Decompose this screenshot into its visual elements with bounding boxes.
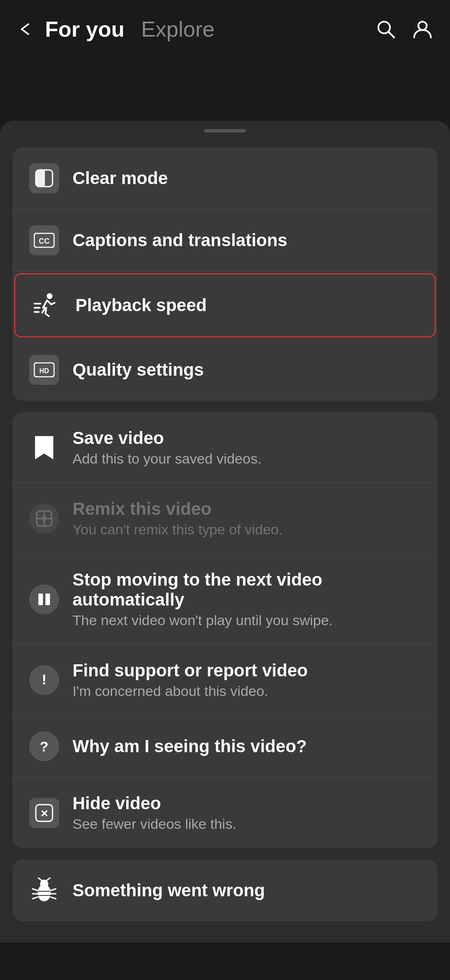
menu-item-hide-video[interactable]: ✕ Hide video See fewer videos like this. (12, 778, 438, 848)
remix-subtitle: You can't remix this type of video. (72, 521, 282, 538)
svg-line-29 (32, 897, 38, 899)
hide-video-subtitle: See fewer videos like this. (72, 816, 236, 832)
error-label: Something went wrong (72, 880, 265, 900)
hide-video-text: Hide video See fewer videos like this. (72, 793, 236, 832)
quality-text: Quality settings (72, 360, 204, 380)
menu-item-captions[interactable]: CC Captions and translations (12, 209, 438, 272)
search-button[interactable] (375, 18, 397, 40)
menu-group-2: Save video Add this to your saved videos… (12, 412, 438, 848)
remix-icon (29, 504, 59, 534)
svg-line-1 (388, 32, 394, 37)
captions-icon: CC (29, 225, 59, 255)
quality-icon: HD (29, 355, 59, 385)
profile-button[interactable] (412, 18, 433, 40)
report-label: Find support or report video (72, 661, 308, 681)
report-icon: ! (29, 665, 59, 695)
svg-text:CC: CC (39, 237, 50, 245)
svg-text:✕: ✕ (40, 808, 48, 819)
svg-point-2 (418, 22, 427, 30)
menu-item-playback-speed[interactable]: Playback speed (14, 273, 436, 337)
save-video-icon (29, 433, 59, 463)
error-bar: Something went wrong (12, 860, 438, 921)
svg-text:!: ! (42, 671, 46, 687)
menu-item-report[interactable]: ! Find support or report video I'm conce… (12, 645, 438, 716)
svg-line-30 (51, 889, 56, 890)
clear-mode-text: Clear mode (72, 168, 168, 188)
nav-title-explore[interactable]: Explore (141, 17, 215, 42)
svg-point-7 (47, 293, 52, 299)
playback-speed-text: Playback speed (75, 295, 207, 315)
svg-rect-4 (36, 170, 44, 187)
playback-speed-label: Playback speed (75, 295, 207, 315)
stop-autoplay-icon (29, 584, 59, 614)
svg-rect-17 (38, 593, 43, 605)
report-subtitle: I'm concerned about this video. (72, 683, 308, 699)
nav-icons (375, 18, 433, 40)
menu-group-1: Clear mode CC Captions and translations (12, 147, 438, 401)
why-seeing-text: Why am I seeing this video? (72, 736, 307, 756)
report-text: Find support or report video I'm concern… (72, 661, 308, 699)
background-area (0, 54, 450, 121)
stop-autoplay-label: Stop moving to the next video automatica… (72, 570, 421, 610)
svg-line-26 (47, 878, 50, 880)
quality-label: Quality settings (72, 360, 204, 380)
menu-item-stop-autoplay[interactable]: Stop moving to the next video automatica… (12, 554, 438, 645)
hide-video-label: Hide video (72, 793, 236, 813)
drag-handle[interactable] (204, 129, 246, 132)
top-nav-bar: For you Explore (0, 0, 450, 54)
playback-speed-icon (32, 290, 62, 320)
save-video-text: Save video Add this to your saved videos… (72, 428, 262, 467)
save-video-subtitle: Add this to your saved videos. (72, 451, 262, 467)
menu-item-clear-mode[interactable]: Clear mode (12, 147, 438, 209)
menu-item-why-seeing[interactable]: ? Why am I seeing this video? (12, 716, 438, 778)
svg-line-25 (38, 878, 42, 880)
nav-title-for-you[interactable]: For you (45, 17, 125, 42)
svg-rect-18 (45, 593, 50, 605)
bottom-sheet: Clear mode CC Captions and translations (0, 121, 450, 943)
svg-line-32 (51, 897, 56, 899)
clear-mode-icon (29, 163, 59, 193)
remix-label: Remix this video (72, 499, 282, 519)
menu-item-quality[interactable]: HD Quality settings (12, 339, 438, 401)
why-seeing-label: Why am I seeing this video? (72, 736, 307, 756)
stop-autoplay-subtitle: The next video won't play until you swip… (72, 612, 421, 628)
captions-text: Captions and translations (72, 230, 288, 250)
remix-text: Remix this video You can't remix this ty… (72, 499, 282, 538)
clear-mode-label: Clear mode (72, 168, 168, 188)
svg-text:HD: HD (39, 367, 49, 374)
bug-icon (29, 875, 59, 905)
save-video-label: Save video (72, 428, 262, 448)
menu-item-save-video[interactable]: Save video Add this to your saved videos… (12, 412, 438, 483)
captions-label: Captions and translations (72, 230, 288, 250)
stop-autoplay-text: Stop moving to the next video automatica… (72, 570, 421, 628)
menu-item-remix[interactable]: Remix this video You can't remix this ty… (12, 483, 438, 554)
svg-text:?: ? (40, 738, 49, 754)
back-button[interactable] (17, 21, 33, 37)
why-seeing-icon: ? (29, 731, 59, 761)
svg-line-27 (32, 889, 38, 890)
hide-video-icon: ✕ (29, 798, 59, 828)
